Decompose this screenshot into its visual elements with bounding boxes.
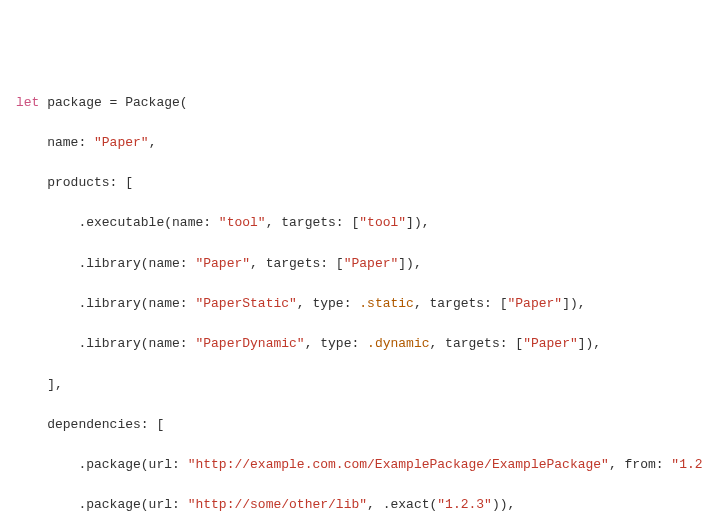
string-literal: "1.2. (671, 457, 703, 472)
code-text: )), (492, 497, 515, 512)
code-line-1: let package = Package( (16, 93, 687, 113)
code-text: ]), (406, 215, 429, 230)
code-text: ]), (578, 336, 601, 351)
code-text: products: [ (16, 175, 133, 190)
enum-dynamic: .dynamic (367, 336, 429, 351)
string-literal: "1.2.3" (437, 497, 492, 512)
string-literal: "PaperStatic" (195, 296, 296, 311)
code-text: .library(name: (16, 256, 195, 271)
code-line-5: .library(name: "Paper", targets: ["Paper… (16, 254, 687, 274)
code-text: .package(url: (16, 497, 188, 512)
code-text: .library(name: (16, 336, 195, 351)
code-text: dependencies: [ (16, 417, 164, 432)
string-literal: "tool" (359, 215, 406, 230)
string-literal: "Paper" (344, 256, 399, 271)
code-text: .package(url: (16, 457, 188, 472)
string-literal: "http://example.com.com/ExamplePackage/E… (188, 457, 609, 472)
string-literal: "Paper" (94, 135, 149, 150)
code-text: , type: (305, 336, 367, 351)
code-text: , targets: [ (430, 336, 524, 351)
code-line-10: .package(url: "http://example.com.com/Ex… (16, 455, 687, 475)
code-text: , type: (297, 296, 359, 311)
string-literal: "Paper" (523, 336, 578, 351)
code-text: ]), (562, 296, 585, 311)
string-literal: "Paper" (508, 296, 563, 311)
code-text: , targets: [ (266, 215, 360, 230)
string-literal: "http://some/other/lib" (188, 497, 367, 512)
code-line-11: .package(url: "http://some/other/lib", .… (16, 495, 687, 515)
code-line-7: .library(name: "PaperDynamic", type: .dy… (16, 334, 687, 354)
code-line-2: name: "Paper", (16, 133, 687, 153)
code-text: , targets: [ (414, 296, 508, 311)
code-text: , .exact( (367, 497, 437, 512)
code-text: ]), (398, 256, 421, 271)
code-text: package = Package( (39, 95, 187, 110)
code-text: name: (16, 135, 94, 150)
code-line-4: .executable(name: "tool", targets: ["too… (16, 213, 687, 233)
string-literal: "PaperDynamic" (195, 336, 304, 351)
string-literal: "tool" (219, 215, 266, 230)
keyword-let: let (16, 95, 39, 110)
code-line-9: dependencies: [ (16, 415, 687, 435)
code-text: , targets: [ (250, 256, 344, 271)
code-line-8: ], (16, 375, 687, 395)
code-text: , (149, 135, 157, 150)
code-line-3: products: [ (16, 173, 687, 193)
code-text: .library(name: (16, 296, 195, 311)
enum-static: .static (359, 296, 414, 311)
code-line-6: .library(name: "PaperStatic", type: .sta… (16, 294, 687, 314)
code-text: ], (16, 377, 63, 392)
code-text: .executable(name: (16, 215, 219, 230)
code-text: , from: (609, 457, 671, 472)
string-literal: "Paper" (195, 256, 250, 271)
